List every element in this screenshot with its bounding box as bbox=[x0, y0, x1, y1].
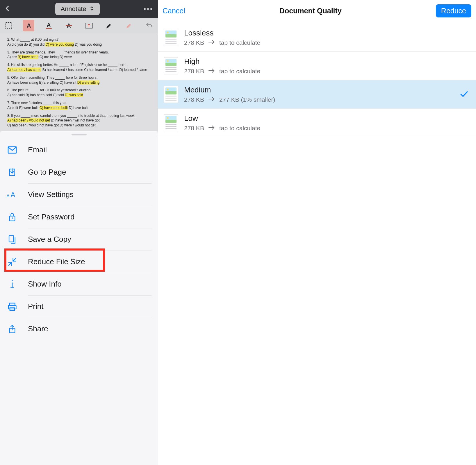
reduce-icon bbox=[6, 257, 18, 267]
sheet-grabber[interactable] bbox=[72, 134, 87, 135]
svg-text:T: T bbox=[88, 24, 90, 28]
quality-sub: 278 KBtap to calculate bbox=[184, 39, 470, 46]
highlight-text-tool[interactable]: A bbox=[23, 20, 34, 31]
marker-tool[interactable] bbox=[104, 20, 115, 31]
menu-item-share[interactable]: Share bbox=[0, 318, 158, 340]
quality-option-lossless[interactable]: Lossless278 KBtap to calculate bbox=[158, 23, 476, 52]
goto-icon bbox=[6, 167, 18, 177]
arrow-right-icon bbox=[208, 39, 215, 46]
quality-name: High bbox=[184, 57, 470, 66]
menu-label: Show Info bbox=[28, 280, 62, 289]
thumbnail-icon bbox=[164, 86, 178, 103]
menu-label: Save a Copy bbox=[28, 235, 71, 244]
svg-point-18 bbox=[12, 280, 13, 281]
menu-item-reduce[interactable]: Reduce File Size bbox=[0, 251, 158, 273]
check-icon bbox=[460, 90, 470, 99]
menu-item-view[interactable]: AAView Settings bbox=[0, 184, 158, 206]
share-icon bbox=[6, 324, 18, 334]
strikethrough-text-tool[interactable]: A bbox=[63, 20, 74, 31]
quality-sub: 278 KB277 KB (1% smaller) bbox=[184, 96, 454, 103]
arrow-right-icon bbox=[208, 96, 215, 103]
action-sheet: EmailGo to PageAAView SettingsSet Passwo… bbox=[0, 130, 158, 465]
mode-selector[interactable]: Annotate bbox=[55, 3, 99, 15]
svg-rect-0 bbox=[6, 22, 12, 28]
quality-name: Medium bbox=[184, 85, 454, 94]
menu-item-copy[interactable]: Save a Copy bbox=[0, 228, 158, 251]
more-button[interactable] bbox=[144, 8, 154, 10]
menu-label: Email bbox=[28, 145, 47, 154]
updown-icon bbox=[89, 5, 95, 13]
svg-text:A: A bbox=[27, 22, 31, 29]
menu-item-print[interactable]: Print bbox=[0, 296, 158, 318]
quality-option-low[interactable]: Low278 KBtap to calculate bbox=[158, 109, 476, 137]
thumbnail-icon bbox=[164, 58, 178, 74]
menu-label: Go to Page bbox=[28, 168, 66, 177]
print-icon bbox=[6, 302, 18, 311]
menu-item-pass[interactable]: Set Password bbox=[0, 206, 158, 228]
email-icon bbox=[6, 146, 18, 154]
svg-text:A: A bbox=[47, 22, 51, 28]
textbox-tool[interactable]: T bbox=[83, 20, 95, 31]
thumbnail-icon bbox=[164, 115, 178, 131]
annotation-toolbar: A A A T bbox=[0, 18, 158, 33]
underline-text-tool[interactable]: A bbox=[43, 20, 54, 31]
back-button[interactable] bbox=[4, 5, 11, 13]
menu-item-email[interactable]: Email bbox=[0, 139, 158, 161]
menu-label: Print bbox=[28, 302, 43, 311]
svg-rect-13 bbox=[9, 236, 14, 242]
menu-label: Share bbox=[28, 324, 48, 333]
menu-item-info[interactable]: Show Info bbox=[0, 273, 158, 295]
thumbnail-icon bbox=[164, 29, 178, 46]
svg-text:A: A bbox=[11, 191, 15, 198]
arrow-right-icon bbox=[208, 125, 215, 132]
arrow-right-icon bbox=[208, 68, 215, 75]
topbar: Annotate bbox=[0, 0, 158, 18]
pass-icon bbox=[6, 212, 18, 222]
quality-list: Lossless278 KBtap to calculateHigh278 KB… bbox=[158, 22, 476, 137]
quality-name: Low bbox=[184, 114, 470, 123]
menu-label: View Settings bbox=[28, 190, 74, 199]
document-preview: 2. What _____ at 8.00 last night?A) did … bbox=[0, 33, 158, 131]
info-icon bbox=[6, 279, 18, 289]
undo-button[interactable] bbox=[144, 20, 155, 31]
menu-item-goto[interactable]: Go to Page bbox=[0, 161, 158, 183]
quality-header: Cancel Document Quality Reduce bbox=[158, 0, 476, 22]
quality-name: Lossless bbox=[184, 28, 470, 37]
select-tool[interactable] bbox=[3, 20, 14, 31]
right-pane: Cancel Document Quality Reduce Lossless2… bbox=[158, 0, 476, 465]
left-pane: Annotate A A A T bbox=[0, 0, 158, 465]
mode-label: Annotate bbox=[60, 5, 86, 13]
page-title: Document Quality bbox=[185, 7, 436, 15]
view-icon: AA bbox=[6, 191, 18, 199]
menu-label: Reduce File Size bbox=[28, 257, 85, 266]
quality-sub: 278 KBtap to calculate bbox=[184, 68, 470, 75]
quality-option-medium[interactable]: Medium278 KB277 KB (1% smaller) bbox=[158, 80, 476, 109]
eraser-tool[interactable] bbox=[124, 20, 135, 31]
cancel-button[interactable]: Cancel bbox=[163, 7, 185, 15]
svg-text:A: A bbox=[7, 194, 10, 198]
menu-label: Set Password bbox=[28, 212, 74, 221]
copy-icon bbox=[6, 235, 18, 244]
reduce-button[interactable]: Reduce bbox=[436, 4, 471, 17]
quality-option-high[interactable]: High278 KBtap to calculate bbox=[158, 52, 476, 80]
quality-sub: 278 KBtap to calculate bbox=[184, 125, 470, 132]
